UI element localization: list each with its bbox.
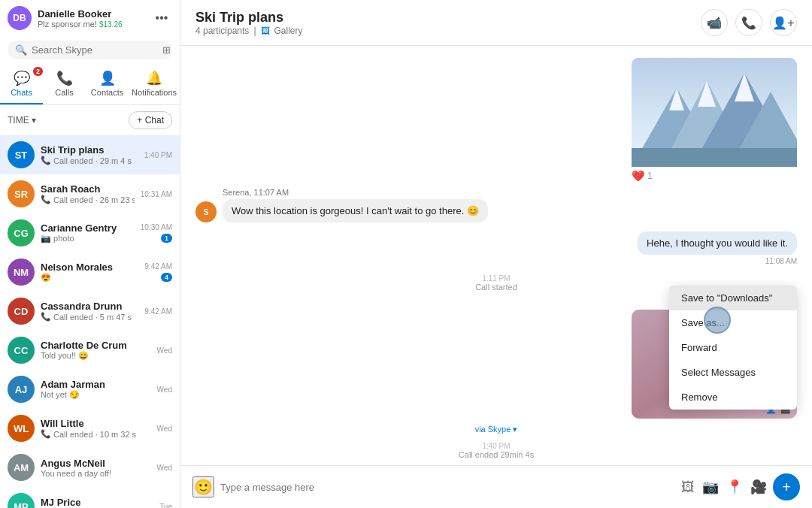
msg-time: 11:08 AM: [638, 257, 797, 265]
gallery-icon: 🖼: [261, 26, 270, 36]
video-call-button[interactable]: 📹: [701, 9, 728, 36]
tab-contacts[interactable]: 👤 Contacts: [86, 64, 129, 104]
chat-time: Wed: [157, 346, 172, 355]
chat-info: Sarah Roach 📞Call ended · 26 m 23 s: [41, 183, 135, 204]
context-item-forward[interactable]: Forward: [669, 335, 797, 360]
system-call-ended: 1:40 PM Call ended 29min 4s: [195, 442, 797, 459]
search-bar: 🔍 ⊞: [0, 36, 180, 64]
tab-notifications-label: Notifications: [132, 88, 177, 97]
chat-item-charlotte[interactable]: CC Charlotte De Crum Told you!! 😄 Wed: [0, 331, 180, 370]
chat-info: Ski Trip plans 📞Call ended · 29 m 4 s: [41, 144, 138, 165]
chat-time: 10:30 AM: [141, 223, 172, 231]
context-item-remove[interactable]: Remove: [669, 385, 797, 410]
chat-preview: 📷 photo: [41, 234, 135, 243]
chat-time: 9:42 AM: [144, 262, 172, 271]
chat-name: Nelson Morales: [41, 262, 138, 273]
chat-preview: 📞Call ended · 5 m 47 s: [41, 312, 138, 322]
chat-item-angus[interactable]: AM Angus McNeil You need a day off! Wed: [0, 448, 180, 487]
compose-icon: ⊞: [162, 44, 171, 56]
more-options-button[interactable]: •••: [151, 8, 172, 29]
avatar: ST: [8, 141, 35, 168]
search-input[interactable]: [32, 44, 158, 56]
chat-preview: 📞Call ended · 29 m 4 s: [41, 156, 138, 165]
chat-time: Wed: [157, 464, 172, 472]
chat-list: ST Ski Trip plans 📞Call ended · 29 m 4 s…: [0, 135, 180, 508]
tab-chats[interactable]: 💬 2 Chats: [0, 64, 43, 104]
chat-name: Adam Jarman: [41, 379, 151, 390]
chats-icon: 💬: [14, 70, 30, 86]
avatar: AJ: [8, 376, 35, 403]
chat-name: Angus McNeil: [41, 458, 151, 469]
audio-call-button[interactable]: 📞: [735, 9, 762, 36]
message-serena: S Serena, 11:07 AM Wow this location is …: [195, 188, 797, 222]
chat-preview: Told you!! 😄: [41, 351, 151, 361]
search-wrap: 🔍 ⊞: [8, 41, 172, 59]
tab-contacts-label: Contacts: [91, 88, 123, 97]
msg-content: Serena, 11:07 AM Wow this location is go…: [223, 188, 488, 222]
chat-info: Charlotte De Crum Told you!! 😄: [41, 340, 151, 361]
chat-preview: 📞Call ended · 10 m 32 s: [41, 429, 151, 439]
avatar: CD: [8, 298, 35, 325]
chat-subtitle: 4 participants | 🖼 Gallery: [195, 26, 701, 36]
cursor-indicator: [704, 307, 731, 334]
context-menu: Save to "Downloads" Save as... Forward S…: [669, 286, 797, 410]
avatar: CC: [8, 337, 35, 364]
message-input[interactable]: [220, 482, 675, 493]
location-button[interactable]: 📍: [726, 479, 743, 495]
chat-item-mjprice[interactable]: MP MJ Price Teehee! Tue: [0, 487, 180, 508]
chat-preview: 😍: [41, 273, 138, 283]
chat-name: Carianne Gentry: [41, 222, 135, 234]
chat-item-cassandra[interactable]: CD Cassandra Drunn 📞Call ended · 5 m 47 …: [0, 292, 180, 331]
chat-preview: You need a day off!: [41, 469, 151, 478]
calls-icon: 📞: [56, 70, 73, 86]
chat-time: Tue: [159, 503, 172, 509]
msg-bubble: Hehe, I thought you would like it.: [638, 231, 797, 255]
avatar: S: [195, 201, 217, 222]
tab-notifications[interactable]: 🔔 Notifications: [129, 64, 180, 104]
chat-info: Carianne Gentry 📷 photo: [41, 222, 135, 243]
chat-time: 1:40 PM: [144, 151, 172, 159]
video-call-button-input[interactable]: 🎥: [750, 479, 767, 495]
chat-time: Wed: [157, 386, 172, 394]
chat-preview: 📞Call ended · 26 m 23 s: [41, 195, 135, 204]
profile-info: Danielle Booker Plz sponsor me! $13.26: [38, 8, 145, 29]
via-skype-link[interactable]: via Skype ▾: [475, 425, 518, 434]
msg-sender: Serena, 11:07 AM: [223, 188, 488, 197]
chat-toolbar: TIME ▾ + Chat: [0, 105, 180, 135]
header-actions: 📹 📞 👤+: [701, 9, 797, 36]
chat-item-carianne[interactable]: CG Carianne Gentry 📷 photo 10:30 AM 1: [0, 213, 180, 252]
avatar: AM: [8, 454, 35, 481]
chat-item-ski-trip[interactable]: ST Ski Trip plans 📞Call ended · 29 m 4 s…: [0, 135, 180, 174]
avatar: CG: [8, 219, 35, 246]
emoji-button[interactable]: 🙂: [192, 476, 214, 497]
chat-item-will[interactable]: WL Will Little 📞Call ended · 10 m 32 s W…: [0, 409, 180, 448]
avatar: SR: [8, 180, 35, 207]
context-item-save-as[interactable]: Save as...: [669, 310, 797, 335]
tab-chats-label: Chats: [11, 88, 32, 97]
chat-item-sarah[interactable]: SR Sarah Roach 📞Call ended · 26 m 23 s 1…: [0, 174, 180, 213]
video-share-button[interactable]: 📷: [702, 479, 719, 495]
image-share-button[interactable]: 🖼: [681, 479, 695, 495]
chat-name: Cassandra Drunn: [41, 301, 138, 312]
add-participant-button[interactable]: 👤+: [770, 9, 797, 36]
chat-item-nelson[interactable]: NM Nelson Morales 😍 9:42 AM 4: [0, 252, 180, 292]
context-item-select[interactable]: Select Messages: [669, 360, 797, 385]
chevron-down-icon: ▾: [32, 115, 36, 125]
avatar: WL: [8, 415, 35, 442]
avatar: MP: [8, 493, 35, 508]
search-icon: 🔍: [15, 44, 27, 56]
time-sort[interactable]: TIME ▾: [8, 115, 36, 125]
chat-preview: Not yet 😏: [41, 390, 151, 400]
chat-info: MJ Price Teehee!: [41, 497, 153, 509]
unread-badge: 4: [161, 273, 172, 282]
message-outgoing-1: Hehe, I thought you would like it. 11:08…: [195, 231, 797, 265]
nav-tabs: 💬 2 Chats 📞 Calls 👤 Contacts 🔔 Notificat…: [0, 64, 180, 105]
context-item-save-downloads[interactable]: Save to "Downloads": [669, 286, 797, 310]
add-button[interactable]: +: [773, 473, 800, 500]
heart-reaction: ❤️ 1: [632, 170, 797, 182]
new-chat-button[interactable]: + Chat: [129, 111, 172, 129]
unread-badge: 1: [161, 234, 172, 243]
tab-calls[interactable]: 📞 Calls: [43, 64, 86, 104]
tab-calls-label: Calls: [55, 88, 73, 97]
chat-item-adam[interactable]: AJ Adam Jarman Not yet 😏 Wed: [0, 370, 180, 409]
